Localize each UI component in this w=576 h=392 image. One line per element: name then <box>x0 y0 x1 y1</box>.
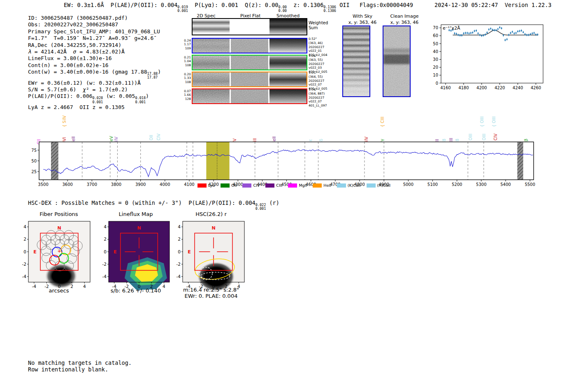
svg-text:-2: -2 <box>177 262 181 267</box>
svg-text:4100: 4100 <box>184 182 194 187</box>
svg-text:5400: 5400 <box>500 182 511 187</box>
line-label-OIII: { OIII <box>492 116 496 127</box>
svg-text:N: N <box>137 225 141 231</box>
legend-swatch <box>288 183 297 188</box>
svg-text:2: 2 <box>23 237 26 241</box>
legend-item-CIV: CIV <box>242 183 260 188</box>
elixer-report-page: EW: 0.3±1.6Å P(LAE)/P(OII): 0.0040.0190.… <box>0 0 576 392</box>
svg-text:-4: -4 <box>22 274 27 279</box>
legend-swatch <box>197 183 207 188</box>
spectrum-legend: LyαOIICIVCIIIMgIIHeII(K)CaII(H)CaII <box>197 183 390 188</box>
legend-swatch <box>265 183 274 188</box>
svg-text:-4: -4 <box>102 274 107 279</box>
svg-text:N: N <box>57 225 61 231</box>
legend-item-CIII: CIII <box>265 183 282 188</box>
fiber-positions-panel: +-4-4-2-2002244NE <box>19 218 98 295</box>
svg-text:5200: 5200 <box>452 182 462 187</box>
svg-text:-2: -2 <box>102 262 107 267</box>
svg-text:4000: 4000 <box>160 182 170 187</box>
legend-item-KCaII: (K)CaII <box>337 183 361 188</box>
svg-text:5100: 5100 <box>427 182 438 187</box>
line-label-SiIV: { SiIV <box>62 116 67 127</box>
svg-text:E: E <box>114 249 117 255</box>
line-label-CIII: { CIII <box>380 117 385 127</box>
svg-text:3900: 3900 <box>135 182 146 187</box>
legend-swatch <box>221 183 230 188</box>
svg-text:0: 0 <box>178 249 181 254</box>
svg-text:2: 2 <box>104 237 107 241</box>
legend-swatch <box>242 183 251 188</box>
fiber-xlabel: arcsecs <box>28 288 90 294</box>
svg-text:-4: -4 <box>177 274 181 279</box>
svg-text:4: 4 <box>104 224 107 229</box>
svg-text:5000: 5000 <box>403 182 413 187</box>
svg-text:3800: 3800 <box>111 182 121 187</box>
legend-item-MgII: MgII <box>288 183 307 188</box>
fiber-positions-title: Fiber Positions <box>28 211 90 217</box>
footer-line-1: No matching targets in catalog. <box>28 360 132 366</box>
svg-text:e⁻¹⁷x2Å: e⁻¹⁷x2Å <box>41 141 57 142</box>
stacked-uncertainty: 0.0220.001 <box>255 203 266 211</box>
svg-text:3500: 3500 <box>38 182 48 187</box>
svg-text:E: E <box>188 249 191 255</box>
full-spectrum-plot: 2550753500360037003800390040004100420043… <box>29 141 539 189</box>
hsc-cutout-title: HSC(26.2) r <box>180 211 242 217</box>
legend-item-Ly: Lyα <box>197 183 215 188</box>
footer-line-2: Row intentionally blank. <box>28 366 132 373</box>
hsc-stats-label: m:16.4 re:2.5" s:2.8" <box>176 287 246 293</box>
legend-swatch <box>337 183 346 188</box>
svg-text:0: 0 <box>23 249 26 254</box>
svg-text:4: 4 <box>23 224 26 229</box>
svg-text:E: E <box>33 249 37 255</box>
svg-text:2: 2 <box>178 237 181 241</box>
line-label-OIII: { OIII <box>480 116 484 127</box>
hsc-ewr-plae-label: EWr: 0. PLAE: 0.004 <box>176 293 246 299</box>
svg-text:-2: -2 <box>22 262 26 267</box>
legend-item-OII: OII <box>221 183 237 188</box>
svg-text:50: 50 <box>31 159 37 163</box>
svg-text:4: 4 <box>178 224 181 229</box>
legend-swatch <box>313 183 322 188</box>
lineflux-sb-label: s/b: 6.26 +/- 0.140 <box>101 288 170 294</box>
hsc-image-panel: -4-4-2-2002244NE <box>172 218 251 295</box>
svg-text:5500: 5500 <box>525 182 535 187</box>
spectral-line-labels: CII{ SiIVOVIHeIINeVSiIV{ OII{ CIVNVSiIIH… <box>0 0 576 142</box>
catalog-match-summary: HSC-DEX : Possible Matches = 0 (within +… <box>28 199 279 211</box>
svg-text:25: 25 <box>31 169 37 174</box>
svg-text:5300: 5300 <box>476 182 486 187</box>
legend-item-HCaII: (H)CaII <box>367 183 391 188</box>
svg-text:0: 0 <box>104 249 107 254</box>
svg-text:3700: 3700 <box>87 182 97 187</box>
svg-text:N: N <box>211 225 215 231</box>
lineflux-map-title: Lineflux Map <box>105 211 166 217</box>
legend-swatch <box>367 183 376 188</box>
svg-text:+: + <box>57 248 61 254</box>
svg-text:3600: 3600 <box>62 182 72 187</box>
footer-note: No matching targets in catalog. Row inte… <box>28 360 132 373</box>
svg-text:75: 75 <box>31 148 37 153</box>
lineflux-map-panel: -4-4-2-2002244NE <box>98 218 174 295</box>
legend-item-HeII: HeII <box>313 183 331 188</box>
